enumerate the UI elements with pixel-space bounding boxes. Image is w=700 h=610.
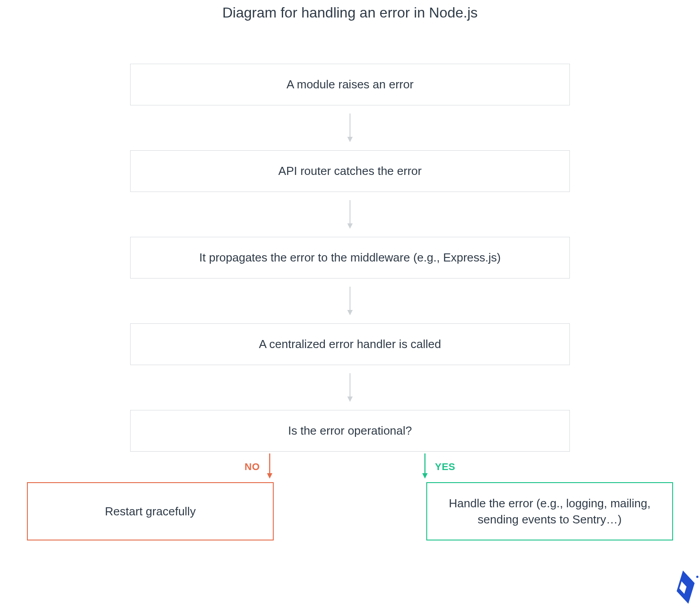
arrow-down-icon bbox=[421, 453, 429, 480]
branch-no-arrow-group: NO bbox=[245, 452, 273, 482]
flowchart: A module raises an error API router catc… bbox=[0, 64, 700, 452]
svg-marker-9 bbox=[267, 473, 272, 479]
branch-yes-arrow-group: YES bbox=[421, 452, 455, 482]
arrow-down-icon bbox=[266, 453, 273, 480]
svg-marker-5 bbox=[347, 310, 353, 315]
diagram-title: Diagram for handling an error in Node.js bbox=[0, 4, 700, 21]
step-box-1: A module raises an error bbox=[130, 64, 570, 105]
branch-yes: YES Handle the error (e.g., logging, mai… bbox=[426, 452, 673, 540]
svg-point-12 bbox=[696, 576, 699, 578]
svg-marker-7 bbox=[347, 396, 353, 402]
branch-section: NO Restart gracefully YES Handle the err… bbox=[27, 452, 673, 540]
arrow-down-icon bbox=[346, 287, 354, 315]
arrow-down-icon bbox=[346, 373, 354, 402]
decision-box: Is the error operational? bbox=[130, 410, 570, 452]
svg-marker-3 bbox=[347, 223, 353, 229]
branch-label-yes: YES bbox=[435, 461, 455, 473]
toptal-logo-icon bbox=[671, 571, 700, 606]
svg-marker-1 bbox=[347, 137, 353, 142]
step-box-4: A centralized error handler is called bbox=[130, 323, 570, 365]
step-box-2: API router catches the error bbox=[130, 150, 570, 192]
result-box-no: Restart gracefully bbox=[27, 482, 274, 540]
svg-marker-11 bbox=[422, 473, 428, 479]
result-box-yes: Handle the error (e.g., logging, mailing… bbox=[426, 482, 673, 540]
branch-no: NO Restart gracefully bbox=[27, 452, 274, 540]
arrow-down-icon bbox=[346, 200, 354, 229]
step-box-3: It propagates the error to the middlewar… bbox=[130, 237, 570, 279]
arrow-down-icon bbox=[346, 113, 354, 142]
branch-label-no: NO bbox=[245, 461, 260, 473]
